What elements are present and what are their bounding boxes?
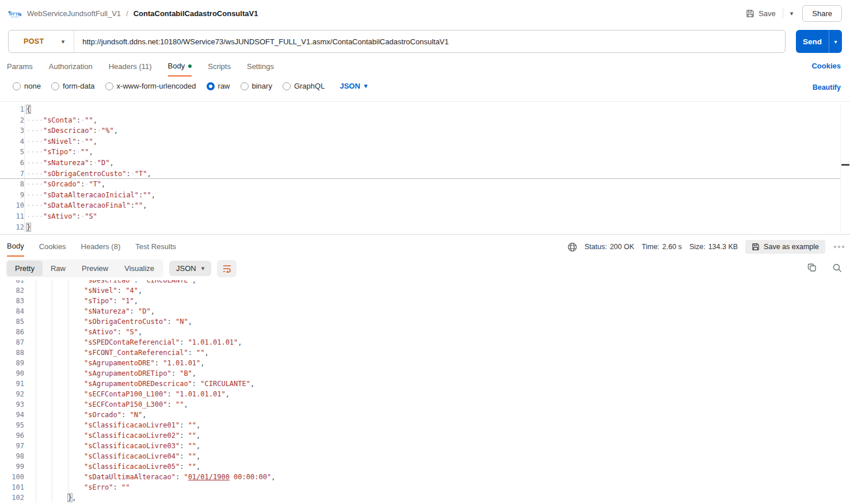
body-mode-graphql[interactable]: GraphQL xyxy=(283,82,325,90)
body-mode-raw[interactable]: raw xyxy=(207,82,230,90)
code-line[interactable]: 83"sTipo": "1", xyxy=(0,296,840,306)
code-line[interactable]: 94"sOrcado": "N", xyxy=(0,410,840,420)
code-text: "sTipo": "1", xyxy=(84,296,138,306)
globe-icon[interactable] xyxy=(567,242,577,252)
response-tab-headers-8[interactable]: Headers (8) xyxy=(81,238,121,257)
request-tab-body[interactable]: Body xyxy=(168,58,192,77)
request-body-editor[interactable]: 1{2····"sConta":·"",3····"sDescricao":·"… xyxy=(0,104,840,233)
code-line[interactable]: 1{ xyxy=(0,104,840,115)
line-number: 88 xyxy=(0,348,24,358)
body-mode-x-www-form-urlencoded[interactable]: x-www-form-urlencoded xyxy=(105,82,196,90)
code-line[interactable]: 102}, xyxy=(0,492,840,503)
view-tab-visualize[interactable]: Visualize xyxy=(116,261,162,276)
indent-guide xyxy=(68,379,84,389)
code-line[interactable]: 85"sObrigaCentroCusto": "N", xyxy=(0,316,840,327)
code-line[interactable]: 3····"sDescricao":·"%", xyxy=(0,125,840,136)
gutter-space xyxy=(24,337,36,348)
code-line[interactable]: 9····"sDataAlteracaoInicial":"", xyxy=(0,190,840,201)
indent-guide xyxy=(52,430,68,441)
code-line[interactable]: 6····"sNatureza":·"D", xyxy=(0,158,840,169)
code-line[interactable]: 90"sAgrupamentoDRETipo": "B", xyxy=(0,368,840,379)
radio-icon xyxy=(13,82,21,90)
code-line[interactable]: 98"sClassificacaoLivre04": "", xyxy=(0,451,840,461)
code-line[interactable]: 87"sSPEDContaReferencial": "1.01.01.01", xyxy=(0,337,840,348)
code-text: "sNivel": "4", xyxy=(84,285,142,296)
code-line[interactable]: 92"sECFContaP100_L100": "1.01.01.01", xyxy=(0,389,840,399)
request-tab-settings[interactable]: Settings xyxy=(247,58,274,77)
raw-language-dropdown[interactable]: JSON▾ xyxy=(340,82,367,90)
code-line[interactable]: 93"sECFContaP150_L300": "", xyxy=(0,399,840,410)
code-line[interactable]: 4····"sNivel":·"", xyxy=(0,136,840,147)
code-line[interactable]: 11····"sAtivo":·"S" xyxy=(0,211,840,222)
code-line[interactable]: 89"sAgrupamentoDRE": "1.01.01", xyxy=(0,358,840,368)
response-tab-cookies[interactable]: Cookies xyxy=(39,238,66,257)
request-url-row: POST ▾ http://jundsoft.ddns.net:10180/WS… xyxy=(8,30,842,53)
code-line[interactable]: 86"sAtivo": "S", xyxy=(0,327,840,337)
body-mode-form-data[interactable]: form-data xyxy=(51,82,95,90)
url-input[interactable]: http://jundsoft.ddns.net:10180/WService7… xyxy=(82,37,449,46)
http-request-icon: HTTP xyxy=(8,9,22,18)
code-line[interactable]: 12} xyxy=(0,222,840,233)
response-tab-test-results[interactable]: Test Results xyxy=(135,238,176,257)
overview-ruler-mark xyxy=(841,164,849,166)
send-options-chevron-down-icon[interactable]: ▾ xyxy=(829,30,842,53)
code-line[interactable]: 5····"sTipo":·"", xyxy=(0,147,840,158)
indent-guide xyxy=(36,441,52,451)
response-body-editor[interactable]: 81"sDescricao": "CIRCULANTE",82"sNivel":… xyxy=(0,280,840,504)
request-tab-authorization[interactable]: Authorization xyxy=(49,58,93,77)
view-tab-preview[interactable]: Preview xyxy=(74,261,116,276)
code-line[interactable]: 2····"sConta":·"", xyxy=(0,115,840,126)
code-line[interactable]: 10····"sDataAlteracaoFinal":"", xyxy=(0,200,840,211)
method-selector[interactable]: POST ▾ xyxy=(9,37,64,45)
code-line[interactable]: 81"sDescricao": "CIRCULANTE", xyxy=(0,280,840,285)
request-tab-scripts[interactable]: Scripts xyxy=(208,58,231,77)
cookies-link[interactable]: Cookies xyxy=(811,62,841,70)
request-tab-params[interactable]: Params xyxy=(7,58,33,77)
share-button[interactable]: Share xyxy=(802,5,842,22)
gutter-space xyxy=(24,420,36,430)
code-line[interactable]: 99"sClassificacaoLivre05": "", xyxy=(0,461,840,472)
send-button[interactable]: Send ▾ xyxy=(796,30,842,53)
indent-guide xyxy=(36,285,52,296)
save-as-example-button[interactable]: Save as example xyxy=(745,240,825,254)
code-line[interactable]: 95"sClassificacaoLivre01": "", xyxy=(0,420,840,430)
code-line[interactable]: 8····"sOrcado":·"T", xyxy=(0,179,840,190)
code-line[interactable]: 7····"sObrigaCentroCusto":·"T", xyxy=(0,169,840,180)
indent-guide xyxy=(52,451,68,461)
indent-guide xyxy=(68,441,84,451)
code-line[interactable]: 82"sNivel": "4", xyxy=(0,285,840,296)
indent-guide xyxy=(36,472,52,482)
request-tab-label: Settings xyxy=(247,62,274,71)
body-mode-none[interactable]: none xyxy=(13,82,41,90)
indent-guide xyxy=(36,337,52,348)
view-tab-pretty[interactable]: Pretty xyxy=(7,261,43,276)
response-language-dropdown[interactable]: JSON ▾ xyxy=(169,261,211,276)
save-button[interactable]: Save xyxy=(746,9,776,18)
request-tab-headers-11[interactable]: Headers (11) xyxy=(109,58,152,77)
save-options-chevron-down-icon[interactable]: ▾ xyxy=(790,10,794,17)
code-line[interactable]: 88"sFCONT_ContaReferencial": "", xyxy=(0,348,840,358)
search-icon[interactable] xyxy=(832,263,842,273)
time-label: Time: xyxy=(642,243,660,251)
code-line[interactable]: 96"sClassificacaoLivre02": "", xyxy=(0,430,840,441)
code-line[interactable]: 97"sClassificacaoLivre03": "", xyxy=(0,441,840,451)
request-tab-label: Body xyxy=(168,62,185,70)
body-mode-binary[interactable]: binary xyxy=(241,82,272,90)
line-number: 6 xyxy=(0,158,24,169)
view-tab-raw[interactable]: Raw xyxy=(43,261,74,276)
beautify-link[interactable]: Beautify xyxy=(813,83,841,91)
breadcrumb-collection[interactable]: WebServiceJundsoftFull_V1 xyxy=(27,9,121,18)
code-line[interactable]: 100"sDataUltimaAlteracao": "01/01/1900 0… xyxy=(0,472,840,482)
response-tab-body[interactable]: Body xyxy=(7,238,24,257)
gutter-space xyxy=(24,399,36,410)
indent-guide xyxy=(52,280,68,285)
indent-guide xyxy=(52,285,68,296)
code-line[interactable]: 84"sNatureza": "D", xyxy=(0,306,840,316)
more-actions-icon[interactable] xyxy=(834,246,844,248)
send-label[interactable]: Send xyxy=(796,30,829,53)
code-line[interactable]: 91"sAgrupamentoDREDescricao": "CIRCULANT… xyxy=(0,379,840,389)
wrap-text-button[interactable] xyxy=(217,260,237,277)
copy-icon[interactable] xyxy=(807,263,817,273)
code-line[interactable]: 101"sErro": "" xyxy=(0,482,840,492)
radio-icon xyxy=(283,82,291,90)
